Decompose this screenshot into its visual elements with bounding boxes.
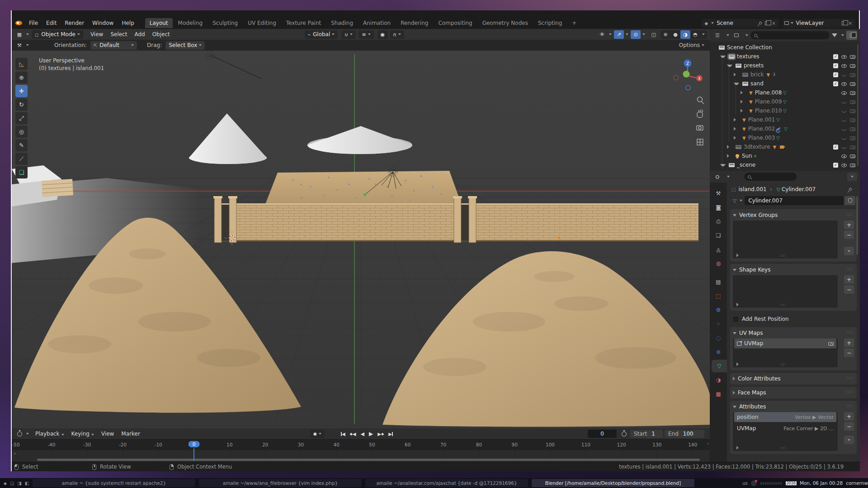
outliner-row-plane-002[interactable]: ▼Plane.002▽	[710, 124, 860, 133]
menu-file[interactable]: File	[25, 17, 42, 29]
attributes-header[interactable]: Attributes	[733, 403, 854, 411]
current-frame-badge[interactable]: 0	[189, 441, 200, 447]
jump-to-start-button[interactable]: ◀	[339, 432, 347, 436]
properties-tab-constraints[interactable]: ⊚	[710, 346, 727, 358]
eye-icon[interactable]	[841, 91, 847, 95]
outliner-row-plane-010[interactable]: ▼Plane.010▽	[710, 106, 860, 115]
properties-tab-physics[interactable]: ◌	[710, 332, 727, 344]
taskbar-window-1[interactable]: amalie ~/www/ana_filebrowser {vim index.…	[199, 479, 362, 487]
drag-dropdown[interactable]: Select Box	[165, 41, 205, 50]
expand-arrow-open[interactable]	[720, 56, 726, 58]
outliner-scrollbar[interactable]	[857, 44, 859, 166]
snap-target-dropdown[interactable]: ≡	[359, 30, 373, 39]
workspace-tab-geometry-nodes[interactable]: Geometry Nodes	[478, 18, 533, 28]
tool-scale[interactable]: ⤢	[15, 112, 28, 124]
outliner-row-plane-009[interactable]: ▼Plane.009▽	[710, 97, 860, 106]
shading-solid-icon[interactable]: ●	[670, 30, 680, 39]
properties-editor-icon[interactable]: ⛭	[712, 173, 722, 181]
blender-logo-icon[interactable]	[15, 21, 22, 25]
shapekey-add-button[interactable]: +	[844, 275, 854, 284]
timeline-tracks[interactable]: »	[12, 450, 710, 458]
eye-closed-icon[interactable]	[841, 128, 847, 131]
workspace-tab-sculpting[interactable]: Sculpting	[208, 18, 242, 28]
exclude-checkbox[interactable]: ✓	[833, 63, 838, 68]
shading-rendered-icon[interactable]: ◓	[690, 30, 700, 39]
shading-material-icon[interactable]: ◑	[680, 30, 690, 39]
expand-arrow-closed[interactable]	[734, 73, 739, 76]
expand-arrow-open[interactable]	[734, 83, 739, 85]
eye-closed-icon[interactable]	[841, 110, 847, 113]
camera-icon[interactable]	[850, 164, 855, 167]
pin-icon[interactable]	[759, 21, 762, 25]
workspace-tab-animation[interactable]: Animation	[359, 18, 395, 28]
jump-to-end-button[interactable]: ▶	[387, 432, 395, 436]
expand-arrow-closed[interactable]	[741, 109, 746, 113]
list-expand-icon[interactable]	[736, 253, 739, 257]
uv-maps-header[interactable]: UV Maps	[733, 329, 854, 337]
uvmap-remove-button[interactable]: −	[844, 348, 854, 357]
timeline-menu-playback[interactable]: Playback	[32, 431, 68, 437]
eye-closed-icon[interactable]	[841, 137, 847, 140]
viewlayer-name[interactable]: ViewLayer	[793, 20, 840, 26]
add-workspace-button[interactable]: +	[567, 18, 581, 28]
shading-wireframe-icon[interactable]: ⊕	[660, 30, 670, 39]
orientation-dropdown[interactable]: ⌁ Global	[305, 30, 338, 39]
timeline-editor-icon[interactable]	[14, 430, 24, 438]
attribute-add-button[interactable]: +	[844, 412, 854, 421]
workspace-tab-modeling[interactable]: Modeling	[174, 18, 208, 28]
color-attributes-panel[interactable]: Color Attributes∷∷	[730, 373, 857, 385]
camera-icon[interactable]	[850, 64, 855, 68]
shapekey-remove-button[interactable]: −	[844, 285, 854, 294]
new-viewlayer-icon[interactable]	[842, 21, 846, 25]
sand-platform[interactable]	[265, 171, 461, 205]
outliner-row-scene-collection[interactable]: Scene Collection	[710, 43, 860, 52]
attribute-row-uvmap[interactable]: UVMapFace Corner ▶ 2D …	[734, 423, 836, 433]
tool-icon[interactable]: ⚒	[14, 41, 24, 50]
expand-arrow-closed[interactable]	[727, 154, 732, 158]
timeline-menu-keying[interactable]: Keying	[68, 431, 98, 437]
camera-disabled-icon[interactable]	[850, 118, 855, 122]
expand-arrow-closed[interactable]	[741, 91, 746, 94]
viewlayer-selector[interactable]: ViewLayer ×	[783, 19, 855, 28]
expand-arrow-closed[interactable]	[734, 127, 739, 131]
eye-icon[interactable]	[841, 155, 847, 158]
prev-keyframe-button[interactable]: ◆◀	[348, 432, 358, 436]
expand-arrow-open[interactable]	[727, 65, 732, 67]
properties-tab-view-layer[interactable]: ❏	[710, 229, 727, 242]
attributes-list[interactable]: positionVertex ▶ VectorUVMapFace Corner …	[733, 412, 838, 451]
options-dropdown[interactable]: Options	[679, 42, 704, 48]
play-button[interactable]: ▶	[367, 431, 375, 437]
camera-icon[interactable]	[850, 55, 855, 59]
properties-tab-output[interactable]: ⎙	[710, 215, 727, 228]
proportional-edit-toggle[interactable]: ◉	[377, 30, 388, 39]
camera-icon[interactable]	[850, 91, 855, 95]
tool-move[interactable]: ✚	[15, 85, 28, 97]
timeline-scrollbar[interactable]	[37, 459, 700, 461]
properties-tab-collection[interactable]: ▤	[710, 276, 727, 288]
scene-browse-icon[interactable]: ◆	[703, 21, 710, 26]
next-keyframe-button[interactable]: ▶◆	[376, 432, 386, 436]
show-hide-dropdown[interactable]: 👁	[597, 30, 607, 39]
outliner-row-3dtexture[interactable]: 3dtexture▼✓	[710, 142, 860, 151]
tray-badge[interactable]: 2016	[786, 481, 797, 485]
uv-map-item[interactable]: UVMap	[734, 338, 836, 348]
attribute-remove-button[interactable]: −	[844, 422, 854, 431]
properties-tab-scene[interactable]: ◬	[710, 243, 727, 256]
eye-icon[interactable]	[841, 55, 847, 59]
camera-disabled-icon[interactable]	[850, 100, 855, 104]
expand-arrow-open[interactable]	[720, 164, 726, 166]
filter-icon[interactable]	[832, 33, 837, 37]
exclude-checkbox[interactable]: ✓	[833, 145, 838, 150]
gizmos-toggle[interactable]: ↗	[614, 30, 624, 39]
properties-scrollbar[interactable]	[856, 196, 858, 255]
workspace-tab-layout[interactable]: Layout	[145, 18, 173, 28]
uv-render-camera-icon[interactable]	[828, 342, 834, 346]
menu-edit[interactable]: Edit	[42, 17, 61, 29]
properties-filter-dropdown[interactable]	[847, 173, 857, 181]
workspace-tab-texture-paint[interactable]: Texture Paint	[282, 18, 326, 28]
outliner-row-textures[interactable]: textures✓	[710, 52, 860, 61]
outliner-row-plane-003[interactable]: ▼Plane.003▽	[710, 133, 860, 142]
properties-tab-material[interactable]: ◑	[710, 374, 727, 386]
fake-user-button[interactable]	[844, 196, 855, 205]
tool-add-cube[interactable]: ❏	[15, 166, 28, 178]
